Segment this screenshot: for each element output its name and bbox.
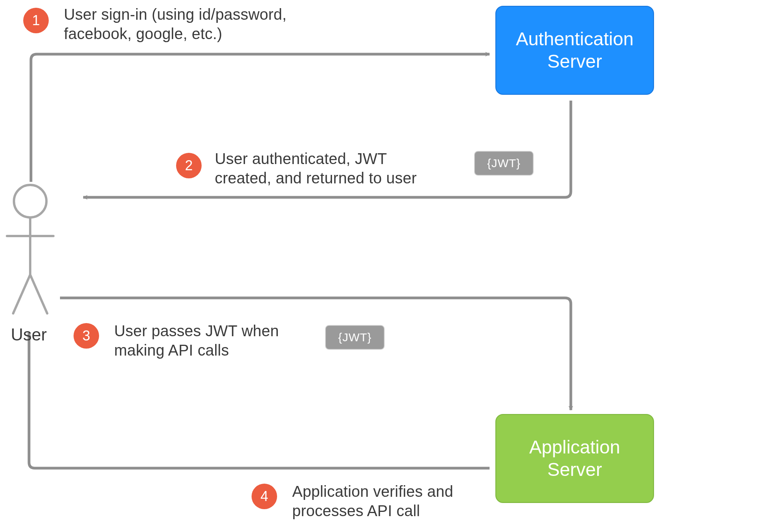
step-1-badge: 1 bbox=[23, 8, 49, 33]
step-3-text: User passes JWT when making API calls bbox=[114, 321, 315, 360]
auth-server-box: Authentication Server bbox=[495, 6, 654, 95]
jwt-token-step-2: {JWT} bbox=[474, 151, 534, 176]
diagram-arrows bbox=[0, 0, 774, 532]
user-icon bbox=[7, 185, 53, 313]
svg-line-3 bbox=[13, 275, 30, 313]
step-1-text: User sign-in (using id/password, faceboo… bbox=[64, 5, 342, 43]
app-server-box: Application Server bbox=[495, 414, 654, 503]
svg-line-4 bbox=[30, 275, 47, 313]
jwt-token-step-3: {JWT} bbox=[325, 325, 385, 350]
step-3-badge: 3 bbox=[74, 323, 99, 349]
step-2-text: User authenticated, JWT created, and ret… bbox=[215, 149, 447, 188]
step-4-text: Application verifies and processes API c… bbox=[292, 482, 509, 520]
svg-point-0 bbox=[14, 185, 46, 217]
step-2-badge: 2 bbox=[176, 153, 202, 178]
step-4-badge: 4 bbox=[252, 484, 277, 509]
user-label: User bbox=[11, 325, 47, 344]
